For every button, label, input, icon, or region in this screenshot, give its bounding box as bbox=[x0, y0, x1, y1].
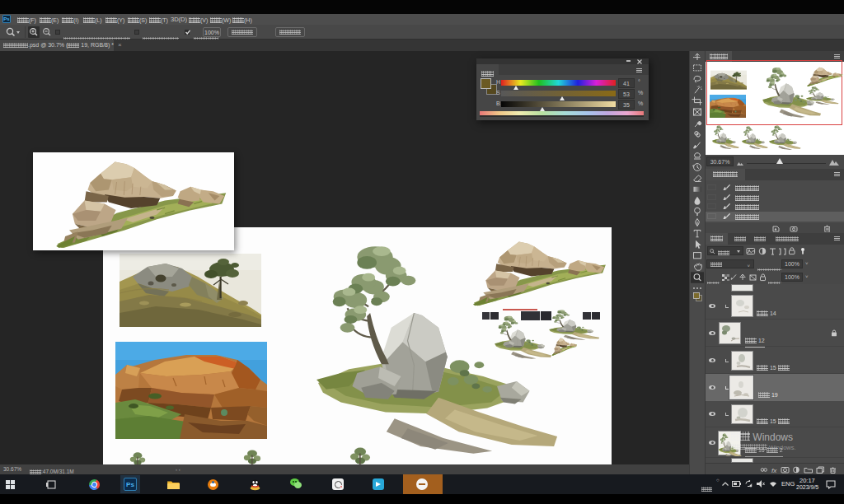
svg-text:fx: fx bbox=[771, 467, 777, 474]
